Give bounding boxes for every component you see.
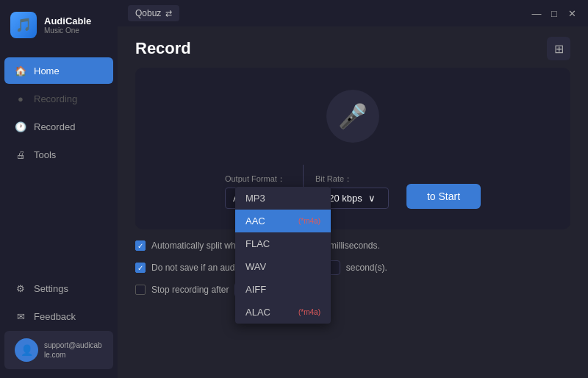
qobuz-tab[interactable]: Qobuz ⇄ [128,5,179,21]
auto-split-checkbox[interactable] [135,240,146,251]
clock-icon: 🕐 [15,121,26,132]
chevron-down-icon: ∨ [368,193,376,204]
logo-icon: 🎵 [10,12,37,38]
option-no-save-small: Do not save if an audio file is less tha… [135,260,570,275]
tab-switch-icon: ⇄ [165,9,172,18]
app-logo: 🎵 AudiCable Music One [0,0,118,50]
format-dropdown-menu: MP3 AAC (*m4a) FLAC WAV AIFF [235,187,331,324]
alac-tag: (*m4a) [298,308,320,316]
titlebar-controls: — □ ✕ [531,7,578,19]
option-stop-after: Stop recording after minute(s). [135,282,570,297]
sidebar-item-home[interactable]: 🏠 Home [4,57,113,84]
feedback-icon: ✉ [15,310,26,322]
titlebar: Qobuz ⇄ — □ ✕ [118,0,588,26]
controls-row: Output Format： AAC ∧ MP3 AAC (*m4a) FLAC [153,165,553,209]
mic-container: 🎤 [326,90,379,143]
home-icon: 🏠 [15,65,26,76]
sidebar-bottom: ⚙ Settings ✉ Feedback 👤 support@audicabl… [0,274,118,378]
tools-icon: 🖨 [15,149,26,160]
sidebar-item-settings[interactable]: ⚙ Settings [4,275,113,302]
aac-label: AAC [245,215,265,227]
main-content: Qobuz ⇄ — □ ✕ Record ⊞ 🎤 Output Format： … [118,0,588,378]
sidebar-settings-label: Settings [34,283,68,294]
sidebar-feedback-label: Feedback [34,311,76,322]
format-label: Output Format： [225,174,291,185]
dropdown-item-flac[interactable]: FLAC [235,232,331,255]
sidebar-item-feedback[interactable]: ✉ Feedback [4,303,113,329]
bitrate-label: Bit Rate： [315,174,389,185]
sidebar-nav: 🏠 Home ● Recording 🕐 Recorded 🖨 Tools [0,50,118,274]
sidebar-home-label: Home [34,65,60,76]
page-title: Record [135,39,191,58]
options-section: Automatically split when the silenc mill… [118,229,588,306]
sidebar: 🎵 AudiCable Music One 🏠 Home ● Recording… [0,0,118,378]
wav-label: WAV [245,261,266,272]
header-action-button[interactable]: ⊞ [547,37,570,60]
sidebar-recorded-label: Recorded [34,121,75,132]
option-auto-split: Automatically split when the silenc mill… [135,238,570,253]
aac-tag: (*m4a) [298,217,320,225]
sidebar-item-recording: ● Recording [4,85,113,112]
microphone-icon: 🎤 [338,102,368,130]
start-button[interactable]: to Start [406,184,481,209]
sidebar-item-recorded[interactable]: 🕐 Recorded [4,113,113,140]
app-name: AudiCable [44,15,91,26]
page-header: Record ⊞ [118,26,588,68]
qobuz-tab-label: Qobuz [135,8,161,18]
titlebar-left: Qobuz ⇄ [128,5,179,21]
dropdown-item-alac[interactable]: ALAC (*m4a) [235,301,331,324]
record-area: 🎤 Output Format： AAC ∧ MP3 AAC (*m4a) [135,68,570,229]
recording-icon: ● [15,93,26,104]
sidebar-item-tools[interactable]: 🖨 Tools [4,141,113,168]
aiff-label: AIFF [245,284,266,295]
auto-split-label-after: milliseconds. [329,240,380,251]
settings-icon: ⚙ [15,282,26,294]
dropdown-item-aiff[interactable]: AIFF [235,278,331,301]
alac-label: ALAC [245,307,270,318]
user-section[interactable]: 👤 support@audicable.com [4,331,113,369]
no-save-small-checkbox[interactable] [135,263,146,273]
app-subtitle: Music One [44,26,91,35]
avatar: 👤 [15,338,38,362]
stop-after-label-before: Stop recording after [151,285,229,295]
dropdown-item-mp3[interactable]: MP3 [235,187,331,210]
close-button[interactable]: ✕ [566,7,578,19]
flac-label: FLAC [245,238,270,249]
sidebar-recording-label: Recording [34,93,77,104]
mp3-label: MP3 [245,193,265,204]
stop-after-checkbox[interactable] [135,285,146,295]
minimize-button[interactable]: — [531,7,542,19]
user-email: support@audicable.com [44,340,103,360]
maximize-button[interactable]: □ [548,7,560,19]
no-save-small-label-after: second(s). [346,263,387,273]
dropdown-item-aac[interactable]: AAC (*m4a) [235,210,331,232]
dropdown-item-wav[interactable]: WAV [235,255,331,278]
sidebar-tools-label: Tools [34,149,56,160]
